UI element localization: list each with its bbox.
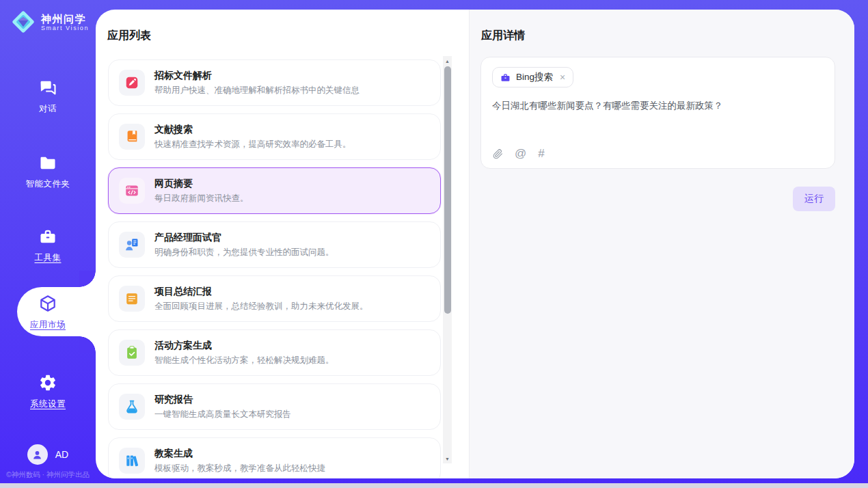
close-icon[interactable]: × xyxy=(560,72,565,82)
sidebar-item-toolset[interactable]: 工具集 xyxy=(0,223,96,267)
app-card[interactable]: 研究报告一键智能生成高质量长文本研究报告 xyxy=(108,383,441,430)
tool-tag-label: Bing搜索 xyxy=(516,71,553,83)
sidebar-item-system-settings[interactable]: 系统设置 xyxy=(0,369,96,413)
app-card-desc: 模板驱动，教案秒成，教学准备从此轻松快捷 xyxy=(154,463,325,474)
hash-icon[interactable]: # xyxy=(538,147,544,161)
app-list-title: 应用列表 xyxy=(96,10,469,43)
app-card[interactable]: 网页摘要每日政府新闻资讯快查。 xyxy=(108,167,441,214)
books-icon xyxy=(119,448,145,474)
paperclip-icon[interactable] xyxy=(493,149,503,159)
composer-toolbar: @ # xyxy=(493,147,545,161)
app-card-text: 产品经理面试官明确身份和职责，为您提供专业性的面试问题。 xyxy=(154,232,334,258)
note-icon xyxy=(119,286,145,312)
prompt-composer: Bing搜索 × 今日湖北有哪些新闻要点？有哪些需要关注的最新政策？ @ # xyxy=(480,57,835,169)
app-card-text: 活动方案生成智能生成个性化活动方案，轻松解决规划难题。 xyxy=(154,340,334,366)
sidebar-item-label: 工具集 xyxy=(35,252,62,264)
app-card[interactable]: 教案生成模板驱动，教案秒成，教学准备从此轻松快捷 xyxy=(108,437,441,478)
app-card-text: 招标文件解析帮助用户快速、准确地理解和解析招标书中的关键信息 xyxy=(154,70,360,96)
edit-doc-icon xyxy=(119,70,145,96)
app-card-desc: 明确身份和职责，为您提供专业性的面试问题。 xyxy=(154,247,334,258)
sidebar-item-label: 智能文件夹 xyxy=(26,178,70,190)
sidebar-item-label: 系统设置 xyxy=(30,398,66,410)
sidebar-item-smart-folder[interactable]: 智能文件夹 xyxy=(0,149,96,193)
chat-icon xyxy=(38,77,58,98)
app-card-text: 网页摘要每日政府新闻资讯快查。 xyxy=(154,178,249,204)
at-icon[interactable]: @ xyxy=(515,147,526,161)
app-card-title: 教案生成 xyxy=(154,448,325,460)
tool-tag: Bing搜索 × xyxy=(492,67,573,87)
app-card-title: 网页摘要 xyxy=(154,178,249,190)
app-card-desc: 一键智能生成高质量长文本研究报告 xyxy=(154,409,291,420)
clipboard-check-icon xyxy=(119,340,145,366)
user-account[interactable]: AD xyxy=(0,444,96,465)
app-card-text: 教案生成模板驱动，教案秒成，教学准备从此轻松快捷 xyxy=(154,448,325,474)
sidebar-footer: ©神州数码 · 神州问学出品 xyxy=(0,470,96,480)
app-card[interactable]: 产品经理面试官明确身份和职责，为您提供专业性的面试问题。 xyxy=(108,221,441,268)
brand-name: 神州问学 xyxy=(41,13,89,25)
scroll-up-button[interactable]: ▲ xyxy=(443,56,452,66)
app-card-title: 文献搜索 xyxy=(154,124,351,136)
scroll-down-button[interactable]: ▼ xyxy=(443,454,452,463)
app-card-desc: 快速精准查找学术资源，提高研究效率的必备工具。 xyxy=(154,139,351,150)
app-detail-title: 应用详情 xyxy=(470,10,854,43)
app-card-desc: 智能生成个性化活动方案，轻松解决规划难题。 xyxy=(154,355,334,366)
brand-logo: 神州问学 Smart Vision xyxy=(10,9,89,35)
folder-icon xyxy=(38,152,58,173)
app-card-title: 招标文件解析 xyxy=(154,70,360,82)
app-card-text: 项目总结汇报全面回顾项目进展，总结经验教训，助力未来优化发展。 xyxy=(154,286,368,312)
briefcase-icon xyxy=(500,72,511,83)
flask-icon xyxy=(119,394,145,420)
browser-code-icon xyxy=(119,178,145,204)
brand-subtitle: Smart Vision xyxy=(41,25,89,31)
avatar xyxy=(27,444,48,465)
app-card[interactable]: 活动方案生成智能生成个性化活动方案，轻松解决规划难题。 xyxy=(108,329,441,376)
app-card[interactable]: 项目总结汇报全面回顾项目进展，总结经验教训，助力未来优化发展。 xyxy=(108,275,441,322)
cube-icon xyxy=(38,293,58,314)
sidebar-item-label: 应用市场 xyxy=(30,319,66,331)
app-card-text: 研究报告一键智能生成高质量长文本研究报告 xyxy=(154,394,291,420)
sidebar: 神州问学 Smart Vision 对话智能文件夹工具集应用市场系统设置 AD … xyxy=(0,0,96,488)
app-card-desc: 每日政府新闻资讯快查。 xyxy=(154,193,249,204)
app-card-title: 活动方案生成 xyxy=(154,340,334,352)
app-card[interactable]: 招标文件解析帮助用户快速、准确地理解和解析招标书中的关键信息 xyxy=(108,59,441,106)
toolbox-icon xyxy=(38,226,58,247)
main-content: 应用列表 招标文件解析帮助用户快速、准确地理解和解析招标书中的关键信息文献搜索快… xyxy=(96,10,854,478)
interviewer-icon xyxy=(119,232,145,258)
app-card-title: 项目总结汇报 xyxy=(154,286,368,298)
user-name: AD xyxy=(55,449,68,460)
prompt-input[interactable]: 今日湖北有哪些新闻要点？有哪些需要关注的最新政策？ xyxy=(492,99,824,113)
gear-icon xyxy=(38,372,58,393)
sidebar-item-chat[interactable]: 对话 xyxy=(0,74,96,118)
app-card-desc: 帮助用户快速、准确地理解和解析招标书中的关键信息 xyxy=(154,85,360,96)
diamond-logo-icon xyxy=(10,9,36,35)
app-card-text: 文献搜索快速精准查找学术资源，提高研究效率的必备工具。 xyxy=(154,124,351,150)
app-list: 招标文件解析帮助用户快速、准确地理解和解析招标书中的关键信息文献搜索快速精准查找… xyxy=(108,59,441,478)
app-card[interactable]: 文献搜索快速精准查找学术资源，提高研究效率的必备工具。 xyxy=(108,113,441,160)
bottom-strip xyxy=(0,483,868,488)
sidebar-item-label: 对话 xyxy=(39,103,57,115)
app-card-desc: 全面回顾项目进展，总结经验教训，助力未来优化发展。 xyxy=(154,301,368,312)
app-card-title: 研究报告 xyxy=(154,394,291,406)
scrollbar: ▲ ▼ xyxy=(443,56,452,463)
scrollbar-thumb[interactable] xyxy=(444,66,451,314)
person-icon xyxy=(31,449,43,461)
book-icon xyxy=(119,124,145,150)
app-list-panel: 应用列表 招标文件解析帮助用户快速、准确地理解和解析招标书中的关键信息文献搜索快… xyxy=(96,10,469,478)
app-card-title: 产品经理面试官 xyxy=(154,232,334,244)
app-detail-panel: 应用详情 Bing搜索 × 今日湖北有哪些新闻要点？有哪些需要关注的最新政策？ xyxy=(469,10,854,478)
sidebar-item-app-market[interactable]: 应用市场 xyxy=(0,287,96,336)
run-button[interactable]: 运行 xyxy=(793,187,835,211)
